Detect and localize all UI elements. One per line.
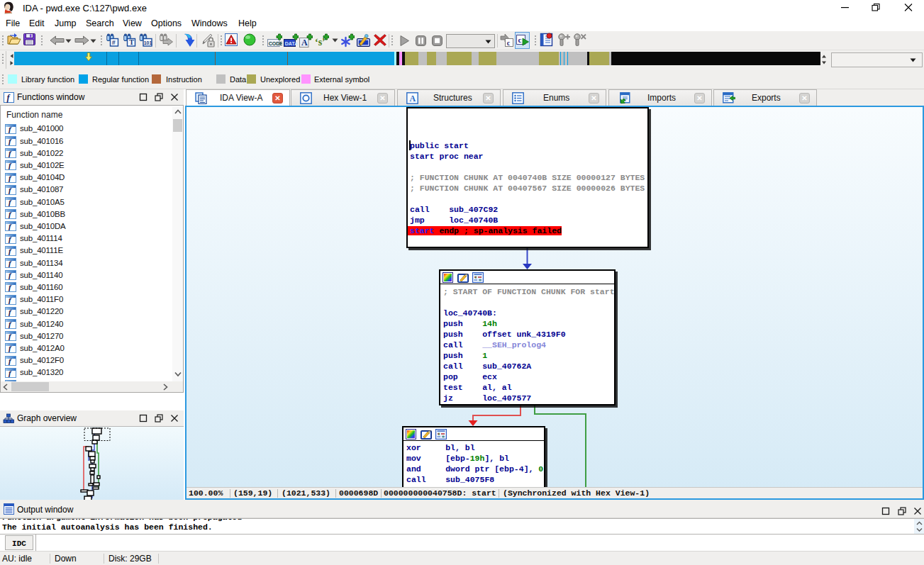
svg-text:T: T: [129, 38, 134, 46]
svg-text:101: 101: [144, 40, 152, 45]
svg-text:#: #: [112, 39, 116, 46]
svg-text:‘s’: ‘s’: [315, 37, 325, 47]
svg-text:c: c: [518, 35, 522, 44]
svg-text:A: A: [410, 94, 416, 104]
svg-text:CODE: CODE: [269, 41, 282, 46]
svg-text:A: A: [301, 38, 308, 47]
svg-text:c: c: [507, 39, 511, 47]
svg-text:DATA: DATA: [285, 41, 298, 46]
